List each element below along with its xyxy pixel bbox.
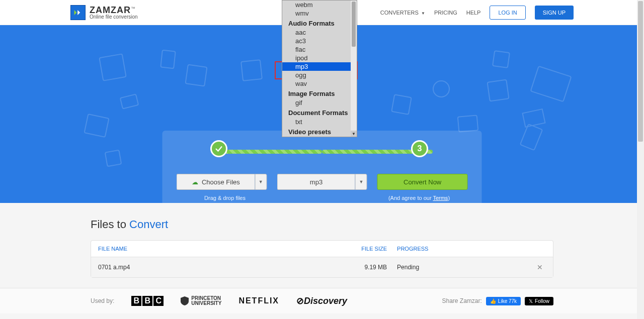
page-scrollbar[interactable] — [637, 0, 644, 313]
dd-item-ogg[interactable]: ogg — [282, 71, 357, 79]
dd-item-aac[interactable]: aac — [282, 28, 357, 37]
dd-item-mp3[interactable]: mp3 — [282, 62, 357, 71]
col-filename: FILE NAME — [98, 246, 326, 252]
files-section: Files to Convert FILE NAME FILE SIZE PRO… — [70, 203, 574, 288]
files-title: Files to Convert — [91, 218, 553, 231]
dropdown-scroll-down-icon[interactable]: ▼ — [351, 131, 357, 137]
cloud-upload-icon: ☁ — [192, 178, 198, 186]
brand-bbc: BBC — [131, 296, 164, 306]
dd-item-flac[interactable]: flac — [282, 45, 357, 54]
logo-name: ZAMZAR — [90, 5, 131, 15]
dd-item-webm[interactable]: webm — [282, 1, 357, 9]
dd-group-document: Document Formats — [282, 107, 357, 118]
signup-button[interactable]: SIGN UP — [535, 6, 574, 20]
table-row: 0701 a.mp4 9.19 MB Pending ✕ — [91, 257, 553, 277]
brand-netflix: NETFLIX — [238, 296, 279, 305]
logo-subtitle: Online file conversion — [90, 15, 138, 20]
choose-files-button[interactable]: ☁ Choose Files — [177, 174, 255, 190]
dd-item-gif[interactable]: gif — [282, 98, 357, 107]
dd-item-wav[interactable]: wav — [282, 79, 357, 88]
file-progress-cell: Pending — [397, 264, 534, 271]
dd-item-ipod[interactable]: ipod — [282, 54, 357, 62]
converter-panel: ☁ Choose Files ▼ mp3 ▼ Convert Now Drag … — [163, 131, 482, 203]
choose-files-control: ☁ Choose Files ▼ — [177, 174, 267, 190]
dropdown-scrollbar[interactable] — [351, 1, 357, 137]
logo[interactable]: ZAMZAR™ Online file conversion — [70, 5, 138, 20]
dd-group-image: Image Formats — [282, 88, 357, 98]
nav-converters[interactable]: CONVERTERS ▼ — [380, 10, 425, 16]
format-dropdown-panel: webm wmv Audio Formats aac ac3 flac ipod… — [282, 0, 357, 137]
format-button[interactable]: mp3 — [277, 174, 355, 190]
nav-help[interactable]: HELP — [466, 10, 481, 16]
footer: Used by: BBC PRINCETONUNIVERSITY NETFLIX… — [0, 288, 644, 313]
brand-discovery: ⊘Discovery — [296, 295, 347, 306]
dd-item-txt[interactable]: txt — [282, 118, 357, 126]
chevron-down-icon: ▼ — [421, 11, 425, 16]
dd-item-ac3[interactable]: ac3 — [282, 37, 357, 45]
remove-file-button[interactable]: ✕ — [537, 263, 543, 271]
format-control: mp3 ▼ — [277, 174, 367, 190]
convert-now-button[interactable]: Convert Now — [377, 174, 468, 190]
agree-terms-text: (And agree to our Terms) — [371, 195, 468, 201]
x-follow-button[interactable]: 𝕏Follow — [525, 297, 553, 305]
logo-icon — [70, 5, 86, 20]
col-filesize: FILE SIZE — [326, 246, 397, 252]
dd-group-presets: Video presets — [282, 126, 357, 137]
file-name-cell: 0701 a.mp4 — [98, 264, 326, 271]
facebook-like-button[interactable]: 👍Like 77k — [486, 297, 521, 305]
file-size-cell: 9.19 MB — [326, 264, 397, 271]
drag-drop-hint: Drag & drop files — [177, 195, 274, 201]
nav-pricing[interactable]: PRICING — [434, 10, 457, 16]
login-button[interactable]: LOG IN — [490, 6, 525, 20]
shield-icon — [181, 296, 189, 305]
x-icon: 𝕏 — [529, 298, 533, 304]
thumbs-up-icon: 👍 — [490, 298, 496, 304]
usedby-label: Used by: — [91, 297, 114, 304]
dd-item-wmv[interactable]: wmv — [282, 9, 357, 18]
files-table: FILE NAME FILE SIZE PROGRESS 0701 a.mp4 … — [91, 240, 553, 278]
format-dropdown-toggle[interactable]: ▼ — [355, 174, 367, 190]
brand-princeton: PRINCETONUNIVERSITY — [181, 296, 221, 306]
files-table-header: FILE NAME FILE SIZE PROGRESS — [91, 241, 553, 257]
col-progress: PROGRESS — [397, 246, 534, 252]
terms-link[interactable]: Terms — [433, 195, 448, 201]
share-label: Share Zamzar: — [442, 297, 481, 304]
dd-group-audio: Audio Formats — [282, 18, 357, 28]
choose-files-dropdown-toggle[interactable]: ▼ — [255, 174, 267, 190]
